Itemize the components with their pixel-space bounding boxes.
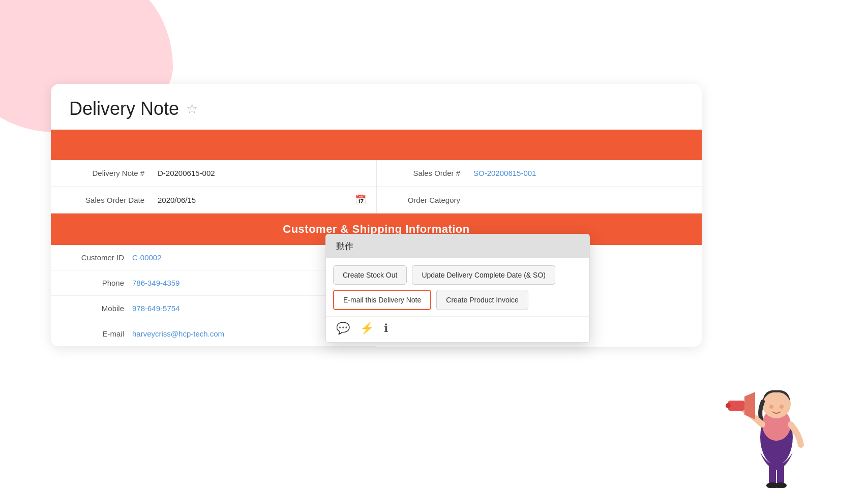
create-stock-out-button[interactable]: Create Stock Out (333, 265, 407, 285)
svg-marker-4 (744, 392, 755, 419)
svg-point-5 (726, 403, 731, 408)
delivery-note-label: Delivery Note # (51, 169, 153, 177)
email-delivery-note-button[interactable]: E-mail this Delivery Note (333, 290, 431, 310)
svg-point-10 (769, 405, 773, 409)
decorative-character (726, 336, 827, 488)
actions-dropdown: 動作 Create Stock Out Update Delivery Comp… (325, 234, 590, 343)
sales-order-date-value: 2020/06/15 (153, 196, 355, 204)
sales-order-value[interactable]: SO-20200615-001 (468, 169, 702, 177)
favorite-star-icon[interactable]: ☆ (186, 101, 198, 117)
form-left-col: Delivery Note # D-20200615-002 Sales Ord… (51, 160, 376, 213)
form-section: Delivery Note # D-20200615-002 Sales Ord… (51, 160, 702, 214)
email-label: E-mail (51, 329, 132, 338)
form-right-col: Sales Order # SO-20200615-001 Order Cate… (376, 160, 702, 213)
sales-order-label: Sales Order # (377, 169, 468, 177)
info-icon-button[interactable]: ℹ (384, 322, 388, 335)
delivery-note-value: D-20200615-002 (153, 169, 376, 177)
dropdown-icons-row: 💬 ⚡ ℹ (326, 316, 589, 342)
create-product-invoice-button[interactable]: Create Product Invoice (436, 290, 528, 310)
mobile-label: Mobile (51, 304, 132, 313)
svg-point-11 (780, 405, 784, 409)
dropdown-header: 動作 (326, 234, 589, 258)
page-title: Delivery Note (69, 98, 179, 119)
mobile-value[interactable]: 978-649-5754 (132, 304, 179, 313)
customer-id-value[interactable]: C-00002 (132, 253, 162, 262)
phone-value[interactable]: 786-349-4359 (132, 279, 179, 287)
comment-icon-button[interactable]: 💬 (336, 322, 350, 335)
sales-order-date-label: Sales Order Date (51, 196, 153, 204)
email-value[interactable]: harveycriss@hcp-tech.com (132, 329, 224, 338)
update-delivery-button[interactable]: Update Delivery Complete Date (& SO) (412, 265, 555, 285)
delivery-note-row: Delivery Note # D-20200615-002 (51, 160, 376, 187)
svg-rect-6 (769, 463, 776, 485)
order-category-label: Order Category (377, 196, 468, 204)
order-category-row: Order Category (377, 187, 702, 213)
sales-order-date-row: Sales Order Date 2020/06/15 📅 (51, 187, 376, 213)
top-red-bar (51, 130, 702, 160)
page-title-row: Delivery Note ☆ (51, 84, 702, 130)
lightning-icon-button[interactable]: ⚡ (360, 322, 374, 335)
calendar-icon[interactable]: 📅 (355, 194, 366, 205)
customer-id-label: Customer ID (51, 253, 132, 262)
dropdown-buttons-row: Create Stock Out Update Delivery Complet… (326, 258, 589, 314)
phone-label: Phone (51, 279, 132, 287)
sales-order-row: Sales Order # SO-20200615-001 (377, 160, 702, 187)
svg-rect-7 (777, 463, 784, 485)
